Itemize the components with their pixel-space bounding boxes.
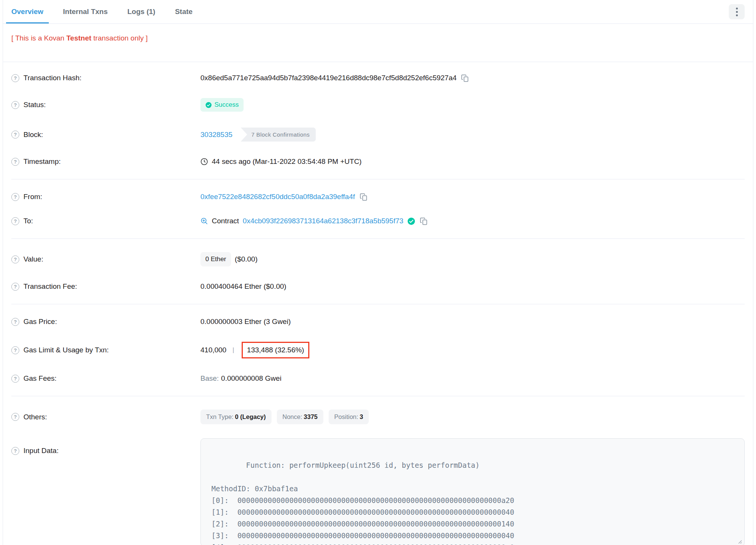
- txn-type-badge: Txn Type:0 (Legacy): [200, 410, 272, 424]
- base-fee-value: 0.000000008 Gwei: [221, 374, 282, 383]
- help-icon[interactable]: ?: [11, 255, 19, 263]
- from-label: ? From:: [11, 193, 200, 201]
- resize-handle-icon[interactable]: [737, 539, 742, 544]
- block-confirmations-badge: 7 Block Confirmations: [241, 128, 316, 142]
- row-gas-price: ? Gas Price: 0.000000003 Ether (3 Gwei): [11, 310, 745, 334]
- timestamp-value: 44 secs ago (Mar-11-2022 03:54:48 PM +UT…: [212, 157, 362, 166]
- row-transaction-hash: ? Transaction Hash: 0x86ed5a771e725aa94d…: [11, 66, 745, 90]
- transaction-overview-card: Overview Internal Txns Logs (1) State [ …: [3, 0, 753, 545]
- label-text: Block:: [23, 131, 43, 139]
- help-icon[interactable]: ?: [11, 74, 19, 82]
- row-transaction-fee: ? Transaction Fee: 0.000400464 Ether ($0…: [11, 274, 745, 299]
- testnet-notice-suffix: transaction only ]: [92, 34, 148, 42]
- tab-overview[interactable]: Overview: [6, 0, 49, 23]
- label-text: Input Data:: [23, 447, 59, 455]
- badge-value: 3375: [304, 413, 318, 420]
- kebab-dot: [736, 8, 738, 9]
- gas-fees-label: ? Gas Fees:: [11, 374, 200, 383]
- help-icon[interactable]: ?: [11, 217, 19, 225]
- help-icon[interactable]: ?: [11, 101, 19, 109]
- gas-usage-value: 133,488 (32.56%): [247, 346, 304, 354]
- status-text: Success: [214, 101, 239, 109]
- row-timestamp: ? Timestamp: 44 secs ago (Mar-11-2022 03…: [11, 149, 745, 174]
- row-status: ? Status: Success: [11, 90, 745, 120]
- label-text: To:: [23, 217, 33, 225]
- status-label: ? Status:: [11, 101, 200, 109]
- to-address-link[interactable]: 0x4cb093f226983713164a62138c3f718a5b595f…: [243, 217, 404, 225]
- timestamp-label: ? Timestamp:: [11, 157, 200, 166]
- to-label: ? To:: [11, 217, 200, 225]
- copy-icon: [420, 217, 428, 225]
- divider: [11, 238, 745, 239]
- input-data-label: ? Input Data:: [11, 438, 200, 455]
- annotation-highlight-box: 133,488 (32.56%): [242, 342, 309, 358]
- row-input-data: ? Input Data: Function: performUpkeep(ui…: [11, 432, 745, 545]
- usd-value: ($0.00): [235, 255, 258, 263]
- check-circle-icon: [205, 102, 212, 108]
- more-options-button[interactable]: [729, 4, 745, 19]
- from-address-link[interactable]: 0xfee7522e8482682cf50ddc50a0f8da2a39effa…: [200, 193, 355, 201]
- help-icon[interactable]: ?: [11, 413, 19, 421]
- label-text: Value:: [23, 255, 43, 263]
- zoom-in-icon[interactable]: [200, 217, 208, 225]
- badge-label: Txn Type:: [206, 413, 233, 420]
- badge-label: Position:: [334, 413, 358, 420]
- copy-from-address-button[interactable]: [359, 193, 368, 201]
- copy-hash-button[interactable]: [460, 74, 470, 82]
- gas-price-label: ? Gas Price:: [11, 318, 200, 326]
- gas-limit-value: 410,000: [200, 346, 227, 354]
- input-data-textarea[interactable]: Function: performUpkeep(uint256 id, byte…: [200, 438, 745, 545]
- tab-state[interactable]: State: [170, 0, 198, 23]
- ether-value-badge: 0 Ether: [200, 252, 231, 266]
- row-value: ? Value: 0 Ether ($0.00): [11, 244, 745, 274]
- block-label: ? Block:: [11, 131, 200, 139]
- value-label: ? Value:: [11, 255, 200, 263]
- label-text: From:: [23, 193, 42, 201]
- help-icon[interactable]: ?: [11, 131, 19, 139]
- row-gas-fees: ? Gas Fees: Base: 0.000000008 Gwei: [11, 366, 745, 391]
- help-icon[interactable]: ?: [11, 375, 19, 383]
- label-text: Transaction Fee:: [23, 282, 77, 291]
- help-icon[interactable]: ?: [11, 158, 19, 166]
- row-others: ? Others: Txn Type:0 (Legacy) Nonce:3375…: [11, 402, 745, 432]
- label-text: Status:: [23, 101, 46, 109]
- base-fee-label: Base:: [200, 374, 219, 383]
- badge-label: Nonce:: [283, 413, 302, 420]
- nonce-badge: Nonce:3375: [277, 410, 323, 424]
- badge-value: 3: [360, 413, 363, 420]
- label-text: Gas Limit & Usage by Txn:: [23, 346, 109, 354]
- gas-limit-label: ? Gas Limit & Usage by Txn:: [11, 346, 200, 354]
- gas-price-value: 0.000000003 Ether (3 Gwei): [200, 318, 291, 326]
- testnet-notice-prefix: [ This is a Kovan: [11, 34, 66, 42]
- tab-logs[interactable]: Logs (1): [122, 0, 161, 23]
- help-icon[interactable]: ?: [11, 447, 19, 455]
- label-text: Gas Fees:: [23, 374, 57, 383]
- kebab-dot: [736, 14, 738, 16]
- row-block: ? Block: 30328535 7 Block Confirmations: [11, 120, 745, 149]
- help-icon[interactable]: ?: [11, 318, 19, 326]
- copy-icon: [461, 74, 469, 82]
- label-text: Timestamp:: [23, 157, 61, 166]
- help-icon[interactable]: ?: [11, 283, 19, 291]
- block-number-link[interactable]: 30328535: [200, 131, 233, 139]
- input-data-text: Function: performUpkeep(uint256 id, byte…: [211, 461, 514, 545]
- tab-internal-txns[interactable]: Internal Txns: [58, 0, 113, 23]
- divider: [11, 179, 745, 179]
- row-gas-limit-usage: ? Gas Limit & Usage by Txn: 410,000 | 13…: [11, 334, 745, 366]
- row-from: ? From: 0xfee7522e8482682cf50ddc50a0f8da…: [11, 185, 745, 209]
- transaction-hash-label: ? Transaction Hash:: [11, 74, 200, 82]
- help-icon[interactable]: ?: [11, 346, 19, 354]
- tab-bar: Overview Internal Txns Logs (1) State: [3, 0, 753, 24]
- label-text: Others:: [23, 413, 47, 421]
- label-text: Gas Price:: [23, 318, 57, 326]
- divider: [11, 396, 745, 396]
- gas-separator: |: [230, 346, 236, 354]
- label-text: Transaction Hash:: [23, 74, 81, 82]
- help-icon[interactable]: ?: [11, 193, 19, 201]
- row-to: ? To: Contract 0x4cb093f226983713164a621…: [11, 209, 745, 233]
- kebab-dot: [736, 11, 738, 13]
- testnet-notice: [ This is a Kovan Testnet transaction on…: [3, 24, 753, 42]
- copy-to-address-button[interactable]: [419, 217, 428, 225]
- copy-icon: [360, 193, 368, 201]
- clock-icon: [200, 158, 208, 165]
